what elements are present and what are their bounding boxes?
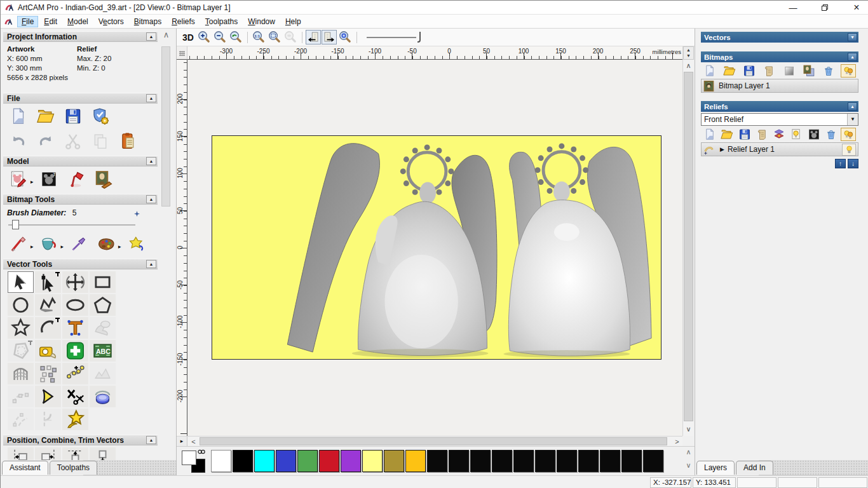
colour-swatch-18[interactable] bbox=[600, 450, 620, 472]
lighting[interactable] bbox=[66, 170, 86, 189]
menu-help[interactable]: Help bbox=[281, 16, 306, 27]
model-properties[interactable] bbox=[90, 107, 111, 126]
zoom-box[interactable] bbox=[267, 30, 282, 44]
edit-artwork[interactable] bbox=[93, 170, 114, 189]
flood-fill-flyout-icon[interactable]: ▸ bbox=[61, 243, 64, 250]
scroll-up-icon[interactable]: ∧ bbox=[159, 30, 173, 41]
collapse-button[interactable]: ▲ bbox=[146, 436, 156, 444]
create-star[interactable] bbox=[8, 317, 34, 339]
wrap-text[interactable] bbox=[90, 317, 116, 339]
zoom-objects[interactable] bbox=[283, 30, 298, 44]
tab-assistant[interactable]: Assistant bbox=[2, 461, 48, 475]
new-bitmap-layer[interactable] bbox=[702, 64, 717, 78]
previous-bitmap-layer[interactable] bbox=[306, 30, 321, 44]
colour-swatch-6[interactable] bbox=[341, 450, 361, 472]
redo[interactable] bbox=[36, 132, 56, 151]
scroll-up-icon[interactable]: ∧ bbox=[683, 448, 694, 461]
save-relief-layer[interactable] bbox=[737, 128, 752, 141]
scrollbar-thumb[interactable] bbox=[200, 437, 667, 445]
restore-button[interactable] bbox=[817, 1, 833, 14]
model-canvas[interactable] bbox=[212, 135, 661, 360]
collapse-button[interactable]: ▲ bbox=[146, 94, 156, 102]
collapse-button[interactable]: ▲ bbox=[146, 157, 156, 165]
minimize-button[interactable]: — bbox=[785, 1, 801, 14]
paste[interactable] bbox=[90, 132, 111, 151]
colour-swatch-13[interactable] bbox=[492, 450, 512, 472]
scroll-right-icon[interactable]: > bbox=[672, 437, 682, 447]
move-layer-up-button[interactable]: ↑ bbox=[835, 159, 846, 168]
fit-curve[interactable] bbox=[8, 386, 34, 407]
scroll-down-icon[interactable]: ∨ bbox=[683, 424, 694, 435]
toggle-all-visible[interactable] bbox=[841, 64, 856, 78]
merge-bitmap-layers[interactable] bbox=[761, 64, 776, 78]
vertical-scrollbar[interactable]: ▲▼ ∧ ∨ bbox=[682, 46, 693, 436]
block-copy[interactable] bbox=[35, 363, 61, 384]
chevron-down-icon[interactable]: ▼ bbox=[847, 114, 858, 125]
relief-greyscale[interactable] bbox=[806, 128, 822, 141]
offset-vectors[interactable] bbox=[8, 340, 34, 362]
brush-diameter-slider[interactable] bbox=[7, 220, 158, 230]
pan-button[interactable]: ▸ bbox=[177, 437, 187, 447]
menu-window[interactable]: Window bbox=[243, 16, 280, 27]
scroll-left-icon[interactable]: < bbox=[188, 437, 199, 447]
next-bitmap-layer[interactable] bbox=[322, 30, 337, 44]
zoom-out[interactable] bbox=[212, 30, 227, 44]
preview-relief[interactable] bbox=[337, 30, 353, 44]
show-relief-preview[interactable] bbox=[789, 128, 804, 141]
colour-swatch-2[interactable] bbox=[254, 450, 275, 472]
colour-swatch-15[interactable] bbox=[535, 450, 555, 472]
paste-along-curve[interactable] bbox=[62, 363, 88, 384]
trim-vectors[interactable] bbox=[62, 386, 88, 407]
colour-swatch-5[interactable] bbox=[319, 450, 339, 472]
create-arc[interactable] bbox=[35, 317, 61, 339]
slider-handle[interactable] bbox=[12, 220, 19, 229]
open-model[interactable] bbox=[36, 107, 56, 126]
invert-model[interactable]: T bbox=[39, 170, 59, 189]
colour-swatch-14[interactable] bbox=[513, 450, 534, 472]
primary-colour-swatch[interactable] bbox=[182, 451, 196, 465]
create-rectangle[interactable] bbox=[90, 271, 116, 293]
colour-swatch-12[interactable] bbox=[470, 450, 491, 472]
colour-swatch-10[interactable] bbox=[427, 450, 447, 472]
menu-reliefs[interactable]: Reliefs bbox=[167, 16, 200, 27]
expand-button[interactable]: ▼ bbox=[848, 33, 857, 41]
create-circle[interactable] bbox=[8, 294, 34, 316]
scroll-down-icon[interactable]: ∨ bbox=[683, 461, 694, 474]
extrude-tool[interactable] bbox=[90, 386, 116, 407]
paint-tool-flyout-icon[interactable]: ▸ bbox=[31, 243, 34, 250]
node-editing[interactable] bbox=[35, 271, 61, 293]
relief-layer-row[interactable]: ▶ Relief Layer 1 bbox=[701, 142, 858, 156]
colour-swatch-3[interactable] bbox=[276, 450, 296, 472]
open-bitmap-layer[interactable] bbox=[722, 64, 737, 78]
delete-relief-layer[interactable] bbox=[824, 128, 839, 141]
greyscale-view[interactable] bbox=[782, 64, 797, 78]
transform-vectors[interactable] bbox=[62, 271, 88, 293]
colour-swatch-20[interactable] bbox=[643, 450, 663, 472]
toggle-all-visible[interactable] bbox=[841, 128, 856, 141]
menu-model[interactable]: Model bbox=[63, 16, 93, 27]
colour-swatch-9[interactable] bbox=[405, 450, 426, 472]
scroll-up-icon[interactable]: ∧ bbox=[683, 60, 694, 71]
expand-layer-icon[interactable]: ▶ bbox=[720, 146, 724, 152]
collapse-button[interactable]: ▲ bbox=[146, 195, 156, 203]
create-polyline[interactable] bbox=[35, 294, 61, 316]
slider-handle[interactable] bbox=[417, 32, 421, 43]
ruler-origin-button[interactable] bbox=[177, 46, 187, 60]
assistant-scrollbar[interactable]: ∧ ∨ bbox=[159, 30, 173, 473]
create-ellipse[interactable] bbox=[62, 294, 88, 316]
colour-swatch-1[interactable] bbox=[233, 450, 253, 472]
collapse-button[interactable]: ▲ bbox=[146, 260, 156, 268]
flood-fill-visible[interactable] bbox=[126, 234, 147, 254]
line-width-slider[interactable] bbox=[367, 31, 427, 44]
flood-fill[interactable] bbox=[39, 234, 59, 254]
notes[interactable] bbox=[118, 132, 138, 151]
relief-selector-combo[interactable]: Front Relief ▼ bbox=[701, 113, 858, 126]
create-polygon[interactable] bbox=[90, 294, 116, 316]
undo[interactable] bbox=[8, 132, 29, 151]
colour-palette-flyout-icon[interactable]: ▸ bbox=[118, 243, 121, 250]
menu-vectors[interactable]: Vectors bbox=[94, 16, 128, 27]
primary-secondary-colour-indicator[interactable] bbox=[180, 449, 210, 475]
create-bisector[interactable] bbox=[35, 386, 61, 407]
colour-swatch-19[interactable] bbox=[621, 450, 642, 472]
collapse-button[interactable]: ▲ bbox=[848, 102, 857, 111]
